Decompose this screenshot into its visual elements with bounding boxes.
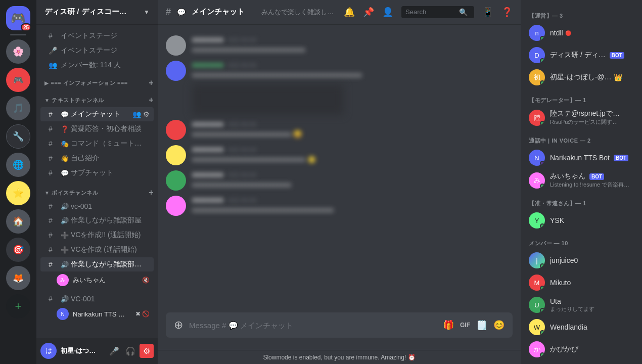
emoji-icon[interactable]: 😊 <box>493 320 505 331</box>
list-item[interactable]: 陸 陸ステ@rspnet.jpで… RisuPuのサービスに関す… <box>525 106 638 129</box>
channel-icon-emoji: 💬 <box>61 169 69 177</box>
server-icon-8[interactable]: 🎯 <box>6 238 30 262</box>
arrow-icon: ▶ <box>44 80 49 86</box>
server-icon-6[interactable]: ⭐ <box>6 181 30 205</box>
message-author: xxxxxxxx <box>192 120 223 128</box>
plus-icon[interactable]: + <box>149 96 154 105</box>
member-status: Listening to !resume で音楽再… <box>550 181 634 189</box>
bell-icon[interactable]: 🔔 <box>344 7 355 18</box>
server-icon-3[interactable]: 🎵 <box>6 96 30 120</box>
list-item[interactable]: n ntdll 🔴 <box>525 22 638 44</box>
server-icon-discord[interactable]: 🎮 25 <box>6 6 30 30</box>
members-icon[interactable]: 👥 <box>132 110 141 118</box>
table-row: xxxxxxxx 今日 XX:XX xxxxxxxxxxxxxxxxxxxxxx… <box>158 33 521 58</box>
settings-button[interactable]: ⚙ <box>140 344 154 358</box>
list-item[interactable]: Y YSK <box>525 209 638 232</box>
user-panel: は 初星-はつ… 🎤 🎧 ⚙ <box>36 338 158 364</box>
member-info: Wendlandia <box>550 323 634 331</box>
attach-icon[interactable]: ⊕ <box>174 312 183 338</box>
list-item[interactable]: D ディス研 / ディ… BOT <box>525 44 638 66</box>
category-info[interactable]: ▶ === インフォメーション === + <box>36 76 158 89</box>
channel-item-vc001[interactable]: # 🔊 vc-001 <box>40 200 154 213</box>
list-item[interactable]: U Uta まったりしてます <box>525 294 638 316</box>
pin-icon[interactable]: 📌 <box>363 7 374 18</box>
plus-icon[interactable]: + <box>149 188 154 197</box>
server-name-header[interactable]: ディス研 / ディスコー… ▼ <box>36 0 158 24</box>
headphone-button[interactable]: 🎧 <box>123 344 137 358</box>
channel-item-intro[interactable]: # 👋 自己紹介 <box>40 151 154 165</box>
sticker-icon[interactable]: 🗒️ <box>476 320 487 331</box>
member-info: かびかび <box>550 345 634 354</box>
user-name: 初星-はつ… <box>61 346 103 355</box>
help-icon[interactable]: ❓ <box>501 7 513 18</box>
message-image <box>192 84 344 115</box>
channel-name: コマンド（ミュート… <box>71 139 142 148</box>
server-icon-add[interactable]: + <box>6 294 30 318</box>
voice-user-icons: ✖ 🚫 <box>135 310 150 317</box>
member-avatar: U <box>529 297 545 313</box>
channel-item-voice-work[interactable]: # 🔊 作業しながら雑談部屋 <box>40 213 154 228</box>
search-bar[interactable]: 🔍 <box>401 6 474 18</box>
channel-item-subchat[interactable]: # 💬 サブチャット <box>40 166 154 180</box>
server-icon-5[interactable]: 🌐 <box>6 153 30 177</box>
stage-icon: 🎤 <box>49 47 58 55</box>
channel-item-event-stage[interactable]: 🎤 イベントステージ <box>40 43 154 58</box>
message-content: xxxxxxxx 今日 XX:XX xxxxxxxxxxxxxxxxxxxxxx… <box>192 120 513 140</box>
message-author: xxxxxxxx <box>192 35 223 43</box>
channel-name: 質疑応答・初心者相談 <box>71 124 142 133</box>
member-name: ディス研 / ディ… <box>550 51 606 60</box>
voice-user-miichan[interactable]: み みいちゃん 🔇 <box>40 272 154 288</box>
members-icon[interactable]: 👤 <box>382 7 393 18</box>
message-content: xxxxxxxx 今日 XX:XX xxxxxxxxxxxxxxxxxxxxxx… <box>192 170 513 191</box>
member-name: 初星-はつぼし-@… <box>550 73 612 82</box>
search-input[interactable] <box>405 8 456 16</box>
channel-icon-emoji: ➕ <box>61 246 69 254</box>
voice-user-narikakun[interactable]: N Narikakun TTS … ✖ 🚫 <box>40 306 154 322</box>
channel-item-qa[interactable]: # ❓ 質疑応答・初心者相談 <box>40 122 154 136</box>
settings-icon[interactable]: ⚙ <box>143 110 150 118</box>
channel-item-create-vc2[interactable]: # ➕ VCを作成 (通話開始) <box>40 243 154 257</box>
channel-item-voice-active[interactable]: # 🔊 作業しながら雑談部… <box>40 257 154 271</box>
message-header: xxxxxxxx 今日 XX:XX <box>192 35 513 44</box>
member-name: ntdll <box>550 29 563 37</box>
list-item[interactable]: N Narikakun TTS Bot BOT <box>525 147 638 169</box>
category-text-channels[interactable]: ▼ テキストチャンネル + <box>36 94 158 107</box>
plus-icon[interactable]: + <box>149 78 154 87</box>
list-item[interactable]: み みいちゃん BOT Listening to !resume で音楽再… <box>525 169 638 192</box>
channel-item-vc001-bottom[interactable]: # 🔊 VC-001 <box>40 292 154 305</box>
server-icon-2[interactable]: 🎮 <box>6 68 30 92</box>
channel-item-main-chat[interactable]: # 💬 メインチャット 👥 ⚙ <box>40 107 154 121</box>
crown-icon: 👑 <box>614 73 622 81</box>
channel-item-event-text[interactable]: # イベントステージ <box>40 29 154 43</box>
list-item[interactable]: か かびかび <box>525 338 638 360</box>
list-item[interactable]: W Wendlandia <box>525 316 638 338</box>
server-icon-9[interactable]: 🦊 <box>6 266 30 290</box>
hash-icon: # <box>49 295 58 303</box>
member-name: junjuice0 <box>550 256 578 264</box>
message-content: xxxxxxxx 今日 XX:XX xxxxxxxxxxxxxxxxxxxxxx… <box>192 145 513 165</box>
server-list: 🎮 25 🌸 🎮 🎵 🔧 🌐 ⭐ 🏠 🎯 🦊 + <box>0 0 36 364</box>
gif-icon[interactable]: GIF <box>460 322 470 329</box>
server-icon-4[interactable]: 🔧 <box>6 124 30 149</box>
list-item[interactable]: j junjuice0 <box>525 249 638 271</box>
channel-item-create-vc1[interactable]: # ➕ VCを作成!! (通話開始) <box>40 228 154 242</box>
category-name: テキストチャンネル <box>52 97 104 104</box>
member-name: YSK <box>550 216 564 224</box>
message-input[interactable] <box>189 315 437 336</box>
server-icon-1[interactable]: 🌸 <box>6 39 30 64</box>
member-info: 初星-はつぼし-@… 👑 <box>550 73 634 82</box>
list-item[interactable]: 初 初星-はつぼし-@… 👑 <box>525 66 638 88</box>
channel-icon-emoji: 🎭 <box>61 140 69 148</box>
gift-icon[interactable]: 🎁 <box>443 320 454 331</box>
list-item[interactable]: M Mikuto <box>525 271 638 294</box>
inbox-icon[interactable]: 📱 <box>482 7 493 18</box>
channel-item-commands[interactable]: # 🎭 コマンド（ミュート… <box>40 136 154 151</box>
channel-icon-emoji: 👋 <box>61 155 69 162</box>
member-section-moderator: 【モデレーター】— 1 陸 陸ステ@rspnet.jpで… RisuPuのサービ… <box>525 93 638 129</box>
member-name: みいちゃん <box>550 172 585 181</box>
category-voice-channels[interactable]: ▼ ボイスチャンネル + <box>36 186 158 199</box>
mic-button[interactable]: 🎤 <box>107 344 121 358</box>
member-name: Narikakun TTS Bot <box>550 154 610 162</box>
channel-name: VCを作成 (通話開始) <box>71 245 137 254</box>
server-icon-7[interactable]: 🏠 <box>6 209 30 234</box>
